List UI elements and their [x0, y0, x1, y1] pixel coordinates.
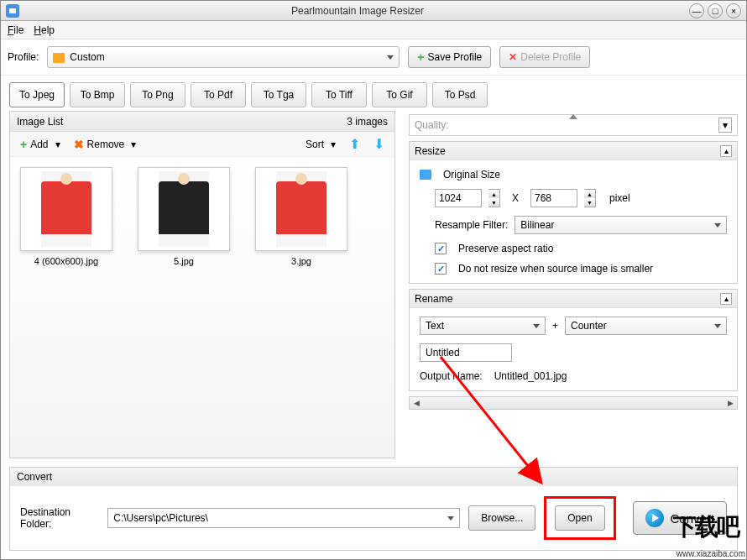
x-icon: ✕	[509, 51, 517, 63]
image-list-title: Image List	[17, 116, 63, 128]
tab-to-pdf[interactable]: To Pdf	[191, 82, 246, 107]
quality-section: Quality: ▾	[409, 114, 738, 136]
minimize-button[interactable]: —	[689, 3, 704, 18]
menu-bar: File Help	[1, 21, 746, 39]
preserve-checkbox[interactable]: ✓	[435, 243, 447, 254]
preserve-label: Preserve aspect ratio	[458, 243, 553, 254]
thumbnail-label: 4 (600x600).jpg	[34, 256, 98, 266]
chevron-down-icon	[714, 324, 721, 328]
rename-text-input[interactable]	[420, 343, 512, 362]
format-tabs: To Jpeg To Bmp To Png To Pdf To Tga To T…	[1, 76, 746, 107]
thumbnail-label: 3.jpg	[291, 256, 311, 266]
save-profile-button[interactable]: + Save Profile	[408, 46, 491, 68]
app-window: Pearlmountain Image Resizer — □ × File H…	[0, 0, 747, 560]
height-spinner[interactable]: ▲▼	[584, 189, 596, 207]
plus-label: +	[552, 320, 558, 332]
thumbnail-image	[41, 171, 91, 247]
resize-section: Resize ▴ Original Size ▲▼ X ▲▼ pixel	[409, 141, 738, 284]
chevron-down-icon	[387, 55, 394, 60]
window-title: Pearlmountain Image Resizer	[26, 5, 689, 17]
tab-to-psd[interactable]: To Psd	[432, 82, 488, 107]
quality-spinner[interactable]: ▾	[718, 118, 732, 133]
app-icon	[6, 4, 19, 18]
rename-section: Rename ▴ Text + Counter	[409, 289, 738, 391]
image-count: 3 images	[347, 116, 388, 128]
output-name-value: Untitled_001.jpg	[494, 370, 567, 382]
tab-to-tiff[interactable]: To Tiff	[311, 82, 367, 107]
profile-label: Profile:	[8, 51, 39, 63]
chevron-down-icon	[533, 324, 540, 328]
convert-panel: Convert Destination Folder: C:\Users\pc\…	[9, 467, 738, 551]
width-input[interactable]	[435, 189, 482, 207]
width-spinner[interactable]: ▲▼	[488, 189, 500, 207]
scroll-right-icon[interactable]: ▶	[723, 397, 737, 409]
tab-to-tga[interactable]: To Tga	[251, 82, 306, 107]
rename-mode1-select[interactable]: Text	[420, 317, 546, 335]
quality-label: Quality:	[415, 119, 449, 131]
resample-label: Resample Filter:	[435, 219, 508, 231]
collapse-up-icon[interactable]	[569, 114, 577, 119]
height-input[interactable]	[530, 189, 577, 207]
unit-label: pixel	[609, 192, 630, 204]
collapse-button[interactable]: ▴	[720, 293, 732, 305]
rename-title: Rename	[415, 293, 452, 305]
move-up-button[interactable]: ⬆	[346, 134, 363, 154]
thumbnail-image	[276, 171, 326, 247]
original-size-label: Original Size	[443, 169, 500, 181]
maximize-button[interactable]: □	[708, 3, 723, 18]
list-item[interactable]: 4 (600x600).jpg	[20, 167, 112, 266]
noresize-label: Do not resize when source image is small…	[458, 263, 653, 275]
sort-button[interactable]: Sort▾	[302, 137, 339, 152]
rename-mode2-select[interactable]: Counter	[565, 317, 727, 335]
tab-to-gif[interactable]: To Gif	[372, 82, 427, 107]
remove-button[interactable]: ✖Remove▾	[71, 136, 140, 153]
thumbnail-area: 4 (600x600).jpg 5.jpg 3.jpg	[10, 157, 394, 458]
chevron-down-icon	[714, 223, 721, 228]
profile-select[interactable]: Custom	[47, 46, 400, 68]
menu-file[interactable]: File	[8, 24, 24, 36]
x-label: X	[512, 192, 519, 204]
tab-to-jpeg[interactable]: To Jpeg	[9, 82, 65, 107]
window-titlebar: Pearlmountain Image Resizer — □ ×	[1, 1, 746, 21]
output-name-label: Output Name:	[420, 370, 483, 382]
watermark-url: www.xiazaiba.com	[676, 549, 745, 558]
add-button[interactable]: +Add▾	[17, 136, 64, 153]
horizontal-scrollbar[interactable]: ◀ ▶	[409, 396, 738, 410]
list-item[interactable]: 5.jpg	[138, 167, 230, 266]
annotation-highlight: Open	[544, 496, 615, 540]
thumbnail-label: 5.jpg	[174, 256, 194, 266]
dest-label: Destination Folder:	[20, 506, 99, 530]
close-button[interactable]: ×	[726, 3, 741, 18]
arrow-up-icon: ⬆	[349, 136, 360, 152]
resample-select[interactable]: Bilinear	[515, 216, 727, 234]
open-button[interactable]: Open	[555, 505, 604, 531]
tab-to-bmp[interactable]: To Bmp	[70, 82, 125, 107]
move-down-button[interactable]: ⬇	[370, 134, 388, 154]
delete-profile-button[interactable]: ✕ Delete Profile	[499, 46, 590, 68]
resize-title: Resize	[415, 145, 446, 157]
dest-folder-input[interactable]: C:\Users\pc\Pictures\	[107, 508, 460, 528]
noresize-checkbox[interactable]: ✓	[435, 263, 447, 275]
collapse-button[interactable]: ▴	[720, 145, 732, 157]
image-list-panel: Image List 3 images +Add▾ ✖Remove▾ Sort▾…	[9, 111, 395, 458]
folder-icon	[53, 53, 65, 63]
watermark-logo: 下载吧	[673, 511, 739, 543]
browse-button[interactable]: Browse...	[468, 505, 535, 531]
play-icon	[645, 509, 664, 527]
scroll-left-icon[interactable]: ◀	[410, 397, 423, 409]
arrow-down-icon: ⬇	[374, 136, 384, 152]
x-icon: ✖	[74, 138, 84, 151]
chevron-down-icon	[447, 516, 454, 521]
tab-to-png[interactable]: To Png	[130, 82, 185, 107]
thumbnail-image	[159, 171, 209, 247]
plus-icon: +	[417, 50, 424, 64]
list-item[interactable]: 3.jpg	[255, 167, 347, 266]
menu-help[interactable]: Help	[34, 24, 55, 36]
plus-icon: +	[20, 138, 27, 151]
profile-row: Profile: Custom + Save Profile ✕ Delete …	[1, 39, 746, 76]
convert-title: Convert	[10, 468, 737, 486]
original-size-icon	[420, 170, 431, 180]
